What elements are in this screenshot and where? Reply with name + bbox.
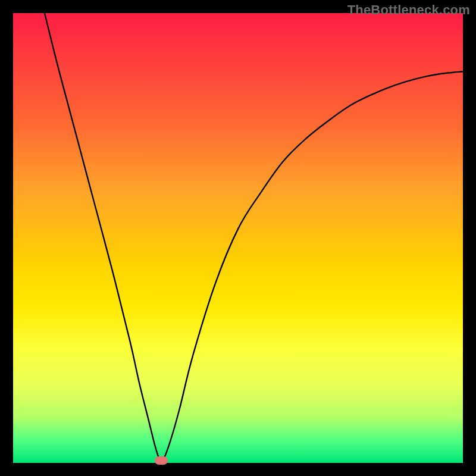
watermark-text: TheBottleneck.com <box>347 2 470 18</box>
curve-layer <box>13 13 463 463</box>
plot-area <box>13 13 463 463</box>
optimum-marker <box>155 456 168 465</box>
chart-frame: TheBottleneck.com <box>0 0 476 476</box>
bottleneck-curve <box>45 13 463 461</box>
